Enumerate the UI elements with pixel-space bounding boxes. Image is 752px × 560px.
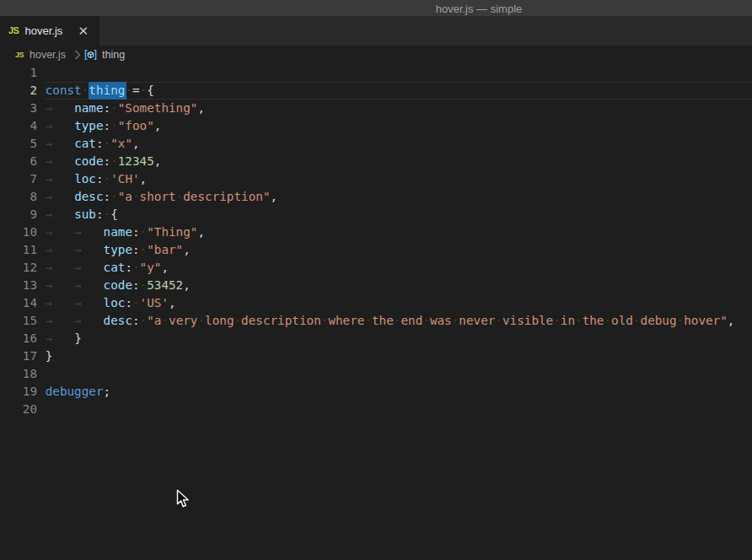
line-number[interactable]: 11 (0, 241, 37, 259)
line-number[interactable]: 19 (0, 383, 37, 401)
js-file-icon-small: JS (15, 51, 24, 59)
code-line-17[interactable]: } (0, 347, 752, 365)
code-editor[interactable]: 1234567891011121314151617181920 const·th… (0, 64, 752, 560)
line-number[interactable]: 7 (0, 170, 37, 188)
line-number[interactable]: 10 (0, 223, 37, 241)
line-number[interactable]: 8 (0, 188, 37, 206)
code-line-13[interactable]: → → code:·53452, (0, 277, 752, 294)
line-number[interactable]: 4 (0, 117, 37, 135)
code-line-14[interactable]: → → loc:·'US', (0, 294, 752, 312)
js-file-icon: JS (8, 26, 19, 35)
line-number[interactable]: 6 (0, 153, 37, 170)
line-number[interactable]: 13 (0, 277, 37, 294)
tab-bar: JS hover.js ✕ (0, 16, 752, 46)
code-line-6[interactable]: → code:·12345, (0, 153, 752, 170)
tab-hover-js[interactable]: JS hover.js ✕ (0, 16, 99, 46)
code-content[interactable]: const·thing·=·{→ name:·"Something",→ typ… (0, 64, 752, 418)
code-line-7[interactable]: → loc:·'CH', (0, 170, 752, 188)
code-line-2[interactable]: const·thing·=·{ (0, 82, 752, 100)
line-number[interactable]: 12 (0, 259, 37, 277)
window-title-bar[interactable]: hover.js — simple (0, 0, 752, 16)
code-line-19[interactable]: debugger; (0, 383, 752, 401)
line-number[interactable]: 1 (0, 64, 37, 82)
code-line-16[interactable]: → } (0, 330, 752, 347)
breadcrumb: JS hover.js thing (0, 46, 752, 64)
mouse-cursor (176, 489, 191, 509)
line-number[interactable]: 18 (0, 365, 37, 383)
line-number[interactable]: 3 (0, 100, 37, 117)
line-number[interactable]: 16 (0, 330, 37, 347)
code-line-5[interactable]: → cat:·"x", (0, 135, 752, 153)
line-number[interactable]: 15 (0, 312, 37, 330)
line-number[interactable]: 9 (0, 206, 37, 223)
breadcrumb-item-symbol[interactable]: thing (102, 49, 125, 61)
tab-label: hover.js (24, 24, 78, 37)
code-line-12[interactable]: → → cat:·"y", (0, 259, 752, 277)
code-line-10[interactable]: → → name:·"Thing", (0, 223, 752, 241)
code-line-15[interactable]: → → desc:·"a·very·long·description·where… (0, 312, 752, 330)
line-number[interactable]: 2 (0, 82, 37, 100)
close-tab-icon[interactable]: ✕ (78, 24, 89, 37)
line-number[interactable]: 5 (0, 135, 37, 153)
code-line-4[interactable]: → type:·"foo", (0, 117, 752, 135)
breadcrumb-item-file[interactable]: hover.js (30, 49, 66, 61)
line-number[interactable]: 17 (0, 347, 37, 365)
chevron-right-icon (74, 50, 81, 60)
code-line-11[interactable]: → → type:·"bar", (0, 241, 752, 259)
code-line-20[interactable] (0, 401, 752, 418)
code-line-18[interactable] (0, 365, 752, 383)
line-number[interactable]: 20 (0, 401, 37, 418)
window-title: hover.js — simple (436, 2, 523, 14)
line-number[interactable]: 14 (0, 294, 37, 312)
object-symbol-icon (83, 49, 98, 61)
line-number-gutter: 1234567891011121314151617181920 (0, 64, 37, 418)
code-line-8[interactable]: → desc:·"a·short·description", (0, 188, 752, 206)
code-line-3[interactable]: → name:·"Something", (0, 100, 752, 117)
code-line-9[interactable]: → sub:·{ (0, 206, 752, 223)
code-line-1[interactable] (0, 64, 752, 82)
